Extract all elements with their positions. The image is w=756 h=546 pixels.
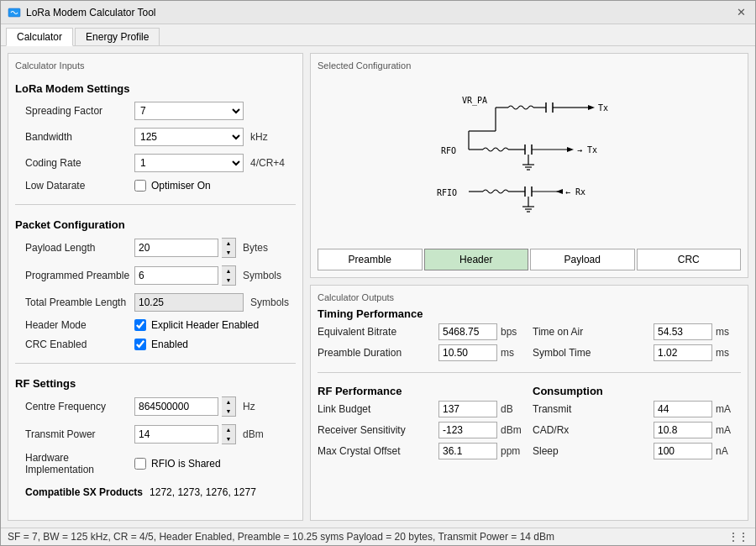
preamble-button[interactable]: Preamble <box>318 249 423 270</box>
close-button[interactable]: ✕ <box>733 5 748 20</box>
preamble-duration-unit: ms <box>501 347 526 359</box>
tab-calculator[interactable]: Calculator <box>6 28 73 46</box>
coding-rate-unit: 4/CR+4 <box>250 157 285 169</box>
calc-outputs-title: Calculator Outputs <box>318 292 741 302</box>
svg-text:Tx: Tx <box>598 103 608 113</box>
timing-left: Equivalent Bitrate 5468.75 bps Preamble … <box>318 323 526 365</box>
spreading-factor-row: Spreading Factor 7 8 9 10 11 12 <box>15 102 296 120</box>
programmed-preamble-input[interactable] <box>134 266 218 285</box>
sleep-value: 100 <box>654 443 712 459</box>
centre-frequency-input[interactable] <box>134 397 218 416</box>
cad-rx-row: CAD/Rx 10.8 mA <box>533 422 741 438</box>
compatible-products-row: Compatible SX Products 1272, 1273, 1276,… <box>15 486 296 498</box>
right-panel: Selected Configuration VR_PA <box>310 53 748 521</box>
payload-length-input[interactable] <box>134 239 218 257</box>
cad-rx-label: CAD/Rx <box>533 424 650 436</box>
symbol-time-value: 1.02 <box>654 344 712 361</box>
coding-rate-select[interactable]: 1 2 3 4 <box>134 154 244 172</box>
header-mode-label: Header Mode <box>25 319 134 331</box>
tab-bar: Calculator Energy Profile <box>1 24 755 46</box>
circuit-area: VR_PA Tx RFO <box>318 74 741 242</box>
main-window: LoRa Modem Calculator Tool ✕ Calculator … <box>0 0 756 546</box>
transmit-power-row: Transmit Power ▲ ▼ dBm <box>15 424 296 444</box>
status-text: SF = 7, BW = 125 kHz, CR = 4/5, Header E… <box>8 531 554 543</box>
consumption-title: Consumption <box>533 385 741 397</box>
link-budget-row: Link Budget 137 dB <box>318 401 526 417</box>
selected-config-box: Selected Configuration VR_PA <box>310 53 748 278</box>
link-budget-unit: dB <box>501 403 526 415</box>
programmed-preamble-up[interactable]: ▲ <box>222 266 235 276</box>
programmed-preamble-spinners: ▲ ▼ <box>222 265 236 286</box>
bandwidth-label: Bandwidth <box>25 131 134 143</box>
preamble-duration-row: Preamble Duration 10.50 ms <box>318 344 526 361</box>
symbol-time-label: Symbol Time <box>533 347 650 359</box>
low-datarate-checkbox[interactable] <box>134 180 146 192</box>
crc-button[interactable]: CRC <box>637 249 742 270</box>
payload-length-up[interactable]: ▲ <box>222 239 235 248</box>
header-button[interactable]: Header <box>424 249 529 270</box>
hardware-impl-row: Hardware Implementation RFIO is Shared <box>15 452 296 475</box>
time-on-air-value: 54.53 <box>654 323 712 340</box>
programmed-preamble-unit: Symbols <box>243 270 281 281</box>
time-on-air-label: Time on Air <box>533 326 650 338</box>
link-budget-label: Link Budget <box>318 403 435 415</box>
time-on-air-row: Time on Air 54.53 ms <box>533 323 741 340</box>
packet-config-title: Packet Configuration <box>15 218 296 231</box>
equivalent-bitrate-value: 5468.75 <box>438 323 497 340</box>
cad-rx-unit: mA <box>716 424 741 436</box>
total-preamble-control: Symbols <box>134 293 289 312</box>
sleep-unit: nA <box>716 445 741 457</box>
tab-energy-profile[interactable]: Energy Profile <box>75 28 160 45</box>
svg-text:RFIO: RFIO <box>437 188 457 197</box>
svg-text:VR_PA: VR_PA <box>462 96 487 106</box>
svg-marker-20 <box>567 147 574 152</box>
spreading-factor-control: 7 8 9 10 11 12 <box>134 102 244 120</box>
coding-rate-control: 1 2 3 4 4/CR+4 <box>134 154 285 172</box>
crc-enabled-control: Enabled <box>134 339 188 350</box>
header-mode-row: Header Mode Explicit Header Enabled <box>15 319 296 331</box>
hardware-impl-checkbox[interactable] <box>134 458 146 470</box>
packet-buttons: Preamble Header Payload CRC <box>318 249 741 270</box>
compatible-label: Compatible SX Products <box>25 486 143 498</box>
transmit-consumption-row: Transmit 44 mA <box>533 401 741 417</box>
receiver-sensitivity-label: Receiver Sensitivity <box>318 424 435 436</box>
programmed-preamble-control: ▲ ▼ Symbols <box>134 265 281 286</box>
spreading-factor-label: Spreading Factor <box>25 105 134 117</box>
cad-rx-value: 10.8 <box>654 422 712 438</box>
payload-length-down[interactable]: ▼ <box>222 248 235 257</box>
hardware-impl-checkbox-label: RFIO is Shared <box>151 458 221 470</box>
programmed-preamble-row: Programmed Preamble ▲ ▼ Symbols <box>15 265 296 286</box>
preamble-duration-value: 10.50 <box>438 344 497 361</box>
total-preamble-row: Total Preamble Length Symbols <box>15 293 296 312</box>
bandwidth-select[interactable]: 125 250 500 <box>134 128 244 146</box>
compatible-value: 1272, 1273, 1276, 1277 <box>150 486 256 498</box>
programmed-preamble-down[interactable]: ▼ <box>222 276 235 285</box>
max-crystal-offset-label: Max Crystal Offset <box>318 445 435 457</box>
programmed-preamble-label: Programmed Preamble <box>25 270 134 281</box>
total-preamble-label: Total Preamble Length <box>25 297 134 308</box>
rf-settings-title: RF Settings <box>15 377 296 390</box>
window-title: LoRa Modem Calculator Tool <box>26 7 156 18</box>
spreading-factor-select[interactable]: 7 8 9 10 11 12 <box>134 102 244 120</box>
time-on-air-unit: ms <box>716 326 741 338</box>
status-dots: ⋮⋮ <box>728 531 748 543</box>
transmit-power-label: Transmit Power <box>25 428 134 440</box>
crc-enabled-checkbox[interactable] <box>134 339 146 350</box>
transmit-power-input[interactable] <box>134 425 218 444</box>
rf-perf-title: RF Performance <box>318 385 526 397</box>
low-datarate-label: Low Datarate <box>25 180 134 192</box>
link-budget-value: 137 <box>438 401 497 417</box>
centre-frequency-row: Centre Frequency ▲ ▼ Hz <box>15 396 296 417</box>
timing-right: Time on Air 54.53 ms Symbol Time 1.02 ms <box>533 323 741 365</box>
receiver-sensitivity-row: Receiver Sensitivity -123 dBm <box>318 422 526 438</box>
centre-frequency-up[interactable]: ▲ <box>222 397 235 407</box>
calculator-inputs-title: Calculator Inputs <box>15 60 296 71</box>
payload-button[interactable]: Payload <box>530 249 635 270</box>
equivalent-bitrate-unit: bps <box>501 326 526 338</box>
centre-frequency-down[interactable]: ▼ <box>222 407 235 416</box>
consumption-section: Consumption Transmit 44 mA CAD/Rx 10.8 m… <box>533 380 741 464</box>
transmit-power-down[interactable]: ▼ <box>222 434 235 444</box>
header-mode-checkbox[interactable] <box>134 319 146 331</box>
transmit-power-control: ▲ ▼ dBm <box>134 424 264 444</box>
transmit-power-up[interactable]: ▲ <box>222 425 235 434</box>
